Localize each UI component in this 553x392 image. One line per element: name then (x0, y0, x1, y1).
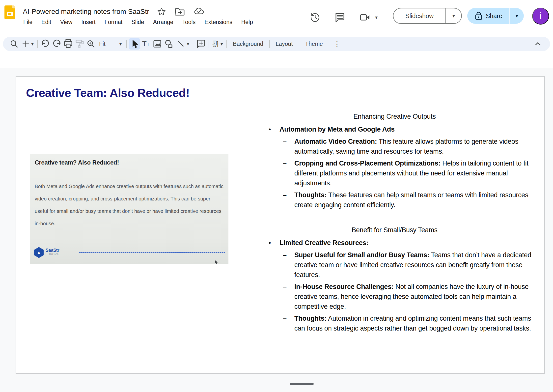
star-icon (157, 7, 166, 17)
insert-line-button[interactable]: ▾ (174, 38, 191, 50)
history-icon (309, 11, 321, 23)
comment-icon (334, 11, 346, 23)
menu-insert[interactable]: Insert (78, 18, 99, 27)
zoom-in-icon (86, 39, 96, 49)
search-icon (9, 39, 19, 49)
account-avatar[interactable]: i (532, 8, 549, 25)
new-slide-caret-icon[interactable]: ▾ (31, 41, 34, 46)
logo-fold (12, 5, 15, 8)
print-button[interactable] (62, 38, 74, 50)
document-title[interactable]: AI-Powered marketing notes from SaaStr (23, 8, 149, 16)
insert-shape-button[interactable] (163, 38, 174, 50)
share-dropdown-button[interactable]: ▾ (510, 13, 524, 18)
chevron-up-icon (533, 39, 542, 48)
undo-icon (40, 39, 51, 49)
dash-bullet: – (283, 282, 287, 292)
embedded-screenshot[interactable]: Creative team? Also Reduced! Both Meta a… (30, 154, 228, 264)
select-tool-button[interactable] (129, 38, 140, 50)
menu-tools[interactable]: Tools (179, 18, 199, 27)
screenshot-heading: Creative team? Also Reduced! (35, 159, 119, 166)
toolbar-separator (126, 40, 127, 48)
menu-extensions[interactable]: Extensions (201, 18, 236, 27)
document-title-icons (157, 6, 205, 17)
new-slide-button[interactable]: ▾ (20, 38, 35, 50)
toolbar-separator (37, 40, 38, 48)
notes-sub-item: – Super Useful for Small and/or Busy Tea… (250, 250, 539, 280)
toolbar-separator (269, 40, 270, 48)
background-button[interactable]: Background (229, 39, 267, 49)
undo-button[interactable] (40, 38, 51, 50)
dash-bullet: – (283, 190, 287, 200)
line-tool-icon (176, 39, 186, 49)
camera-dropdown-caret-icon[interactable]: ▾ (375, 15, 378, 20)
saastr-logo-subtitle: EUROPA (46, 252, 59, 256)
cursor-arrow-icon (130, 39, 139, 49)
bullet-dot: • (269, 124, 271, 134)
shapes-icon (163, 38, 174, 49)
notes-sub-item: – Thoughts: Automation in creating and o… (250, 313, 539, 333)
notes-sub-item: – Cropping and Cross-Placement Optimizat… (250, 158, 539, 188)
theme-button[interactable]: Theme (301, 39, 327, 49)
toolbar-separator (299, 40, 299, 48)
toolbar-overflow-button[interactable]: ⋮ (331, 38, 343, 50)
slideshow-button[interactable]: Slideshow (393, 12, 445, 20)
share-button[interactable]: Share (467, 11, 509, 21)
google-slides-app: { "titlebar": { "doc_title": "AI-Powered… (0, 0, 553, 392)
saastr-logo-text: SaaStr EUROPA (46, 248, 59, 256)
menu-view[interactable]: View (57, 18, 76, 27)
logo-inner-rect (7, 12, 13, 16)
slide-page[interactable]: Creative Team: Also Reduced! Creative te… (16, 76, 545, 374)
menu-arrange[interactable]: Arrange (150, 18, 177, 27)
insert-comment-button[interactable] (195, 38, 207, 50)
menu-bar: File Edit View Insert Format Slide Arran… (20, 18, 256, 27)
star-button[interactable] (157, 7, 166, 17)
zoom-level-select[interactable]: Fit ▾ (97, 39, 124, 49)
menu-format[interactable]: Format (101, 18, 126, 27)
lock-icon (474, 11, 483, 21)
meet-call-control[interactable]: ▾ (359, 11, 378, 23)
document-status-button[interactable] (193, 6, 205, 17)
menu-help[interactable]: Help (238, 18, 256, 27)
rocket-icon: ▲ (36, 250, 41, 255)
decorative-wavy-line (79, 252, 225, 253)
redo-icon (52, 39, 62, 49)
cloud-saved-icon (193, 6, 205, 17)
main-toolbar: ▾ Fit ▾ (3, 37, 550, 51)
redo-button[interactable] (51, 38, 62, 50)
share-caret-icon: ▾ (516, 13, 518, 18)
add-comment-icon (195, 38, 206, 49)
menu-edit[interactable]: Edit (38, 18, 55, 27)
version-history-button[interactable] (309, 11, 321, 23)
move-to-folder-button[interactable] (174, 6, 185, 17)
speaker-notes-resize-handle[interactable] (290, 383, 314, 385)
slide-notes-textbox[interactable]: Enhancing Creative Outputs • Automation … (250, 113, 539, 335)
text-box-button[interactable]: TT (140, 38, 152, 50)
bullet-dot: • (269, 238, 271, 248)
top-bar: AI-Powered marketing notes from SaaStr (0, 0, 553, 36)
open-comments-button[interactable] (334, 11, 346, 23)
notes-section1-heading: Enhancing Creative Outputs (250, 113, 539, 120)
move-folder-icon (174, 6, 185, 17)
menu-file[interactable]: File (20, 18, 36, 27)
menu-slide[interactable]: Slide (128, 18, 148, 27)
insert-image-button[interactable] (152, 38, 163, 50)
slideshow-dropdown-button[interactable]: ▾ (446, 13, 461, 18)
zoom-button[interactable] (85, 38, 97, 50)
notes-sub-item: – Thoughts: These features can help smal… (250, 190, 539, 210)
input-tools-button[interactable]: 拼 ▾ (211, 38, 224, 50)
slide-title[interactable]: Creative Team: Also Reduced! (26, 86, 190, 100)
search-menus-button[interactable] (8, 38, 20, 50)
video-camera-icon (359, 11, 371, 23)
notes-bullet: • Limited Creative Resources: (250, 238, 539, 248)
notes-bullet: • Automation by Meta and Google Ads (250, 124, 539, 134)
google-slides-logo-icon[interactable] (4, 5, 15, 19)
horizontal-ruler[interactable]: 123456789101112131415 (0, 51, 553, 68)
share-button-group: Share ▾ (467, 8, 524, 24)
notes-sub-item: – In-House Resource Challenges: Not all … (250, 282, 539, 311)
dash-bullet: – (283, 158, 287, 168)
hide-menus-button[interactable] (532, 38, 544, 50)
line-tool-caret-icon[interactable]: ▾ (187, 41, 189, 46)
layout-button[interactable]: Layout (272, 39, 297, 49)
paint-format-button[interactable] (74, 38, 85, 50)
input-tools-caret-icon[interactable]: ▾ (221, 41, 223, 46)
